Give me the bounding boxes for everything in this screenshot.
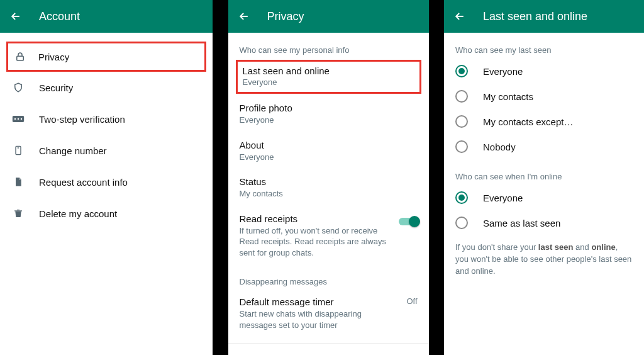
item-trailing: Off <box>406 296 417 306</box>
account-item-request-info[interactable]: Request account info <box>0 166 213 198</box>
section-caption: Who can see my last seen <box>444 39 644 59</box>
arrow-left-icon <box>453 10 466 23</box>
radio-icon <box>455 217 468 229</box>
toolbar-title: Account <box>39 10 80 23</box>
radio-label: My contacts except… <box>483 116 573 127</box>
radio-label: Nobody <box>483 142 516 152</box>
radio-label: Everyone <box>483 66 523 77</box>
item-title: Profile photo <box>240 103 418 113</box>
toolbar-title: Privacy <box>267 10 304 23</box>
radio-online-same[interactable]: Same as last seen <box>444 210 644 235</box>
radio-label: My contacts <box>483 91 533 102</box>
privacy-item-default-timer[interactable]: Default message timer Start new chats wi… <box>228 290 429 338</box>
item-subtitle: If turned off, you won't send or receive… <box>240 225 418 259</box>
account-item-two-step[interactable]: Two-step verification <box>0 103 213 135</box>
radio-label: Everyone <box>483 193 523 203</box>
privacy-item-groups[interactable]: Groups Everyone <box>228 349 429 355</box>
privacy-item-about[interactable]: About Everyone <box>228 133 429 171</box>
toggle-thumb <box>409 216 420 227</box>
shield-icon <box>11 81 25 94</box>
account-item-security[interactable]: Security <box>0 72 213 103</box>
item-subtitle: My contacts <box>240 188 418 200</box>
radio-icon <box>455 191 468 204</box>
privacy-note: If you don't share your last seen and on… <box>444 235 644 284</box>
radio-online-everyone[interactable]: Everyone <box>444 185 644 210</box>
item-title: Read receipts <box>240 213 418 224</box>
item-subtitle: Everyone <box>240 152 418 163</box>
item-subtitle: Everyone <box>243 77 414 87</box>
section-caption: Who can see my personal info <box>228 39 429 59</box>
account-item-change-number[interactable]: Change number <box>0 135 213 166</box>
read-receipts-toggle[interactable] <box>399 216 420 227</box>
document-icon <box>11 175 25 189</box>
radio-icon <box>455 90 468 103</box>
toolbar-title: Last seen and online <box>483 10 587 23</box>
back-button[interactable] <box>237 9 251 23</box>
privacy-item-read-receipts[interactable]: Read receipts If turned off, you won't s… <box>228 207 429 266</box>
arrow-left-icon <box>9 10 22 23</box>
account-item-label: Privacy <box>38 52 69 62</box>
svg-rect-0 <box>17 56 24 60</box>
radio-my-contacts[interactable]: My contacts <box>444 84 644 109</box>
privacy-item-status[interactable]: Status My contacts <box>228 170 429 207</box>
lock-icon <box>13 50 27 64</box>
svg-point-4 <box>21 118 23 120</box>
item-title: Status <box>240 176 418 187</box>
radio-icon <box>455 65 468 77</box>
item-title: About <box>240 140 418 150</box>
toolbar: Last seen and online <box>444 0 644 33</box>
arrow-left-icon <box>238 10 250 23</box>
section-caption: Who can see when I'm online <box>444 159 644 185</box>
account-item-delete[interactable]: Delete my account <box>0 198 213 229</box>
privacy-list: Who can see my personal info Last seen a… <box>228 33 429 355</box>
privacy-screen: Privacy Who can see my personal info Las… <box>228 0 429 355</box>
svg-rect-5 <box>16 146 21 154</box>
last-seen-body: Who can see my last seen Everyone My con… <box>444 33 644 355</box>
radio-nobody[interactable]: Nobody <box>444 134 644 159</box>
svg-point-3 <box>18 118 19 120</box>
account-item-label: Change number <box>39 145 107 156</box>
item-title: Default message timer <box>240 296 418 307</box>
radio-label: Same as last seen <box>483 218 560 228</box>
account-item-label: Request account info <box>39 177 128 188</box>
trash-icon <box>11 206 25 220</box>
toolbar: Privacy <box>228 0 429 33</box>
account-item-label: Security <box>39 82 73 93</box>
toolbar: Account <box>0 0 213 33</box>
radio-everyone[interactable]: Everyone <box>444 59 644 84</box>
radio-icon <box>455 140 468 153</box>
account-item-label: Two-step verification <box>39 114 125 125</box>
item-subtitle: Start new chats with disappearing messag… <box>240 308 418 330</box>
radio-icon <box>455 115 468 128</box>
last-seen-screen: Last seen and online Who can see my last… <box>444 0 644 355</box>
account-list: Privacy Security Two-step verification C… <box>0 33 213 355</box>
account-item-label: Delete my account <box>39 208 117 219</box>
phone-swap-icon <box>11 144 25 157</box>
pin-icon <box>11 112 25 126</box>
section-caption: Disappearing messages <box>228 266 429 290</box>
account-screen: Account Privacy Security Two-step verifi… <box>0 0 213 355</box>
item-subtitle: Everyone <box>240 115 418 126</box>
svg-point-2 <box>14 118 16 120</box>
privacy-item-profile-photo[interactable]: Profile photo Everyone <box>228 96 429 133</box>
account-item-privacy[interactable]: Privacy <box>6 42 206 72</box>
radio-my-contacts-except[interactable]: My contacts except… <box>444 109 644 134</box>
back-button[interactable] <box>453 9 467 23</box>
privacy-item-last-seen[interactable]: Last seen and online Everyone <box>236 60 421 94</box>
divider <box>228 343 429 344</box>
item-title: Last seen and online <box>243 65 414 76</box>
back-button[interactable] <box>9 9 23 23</box>
